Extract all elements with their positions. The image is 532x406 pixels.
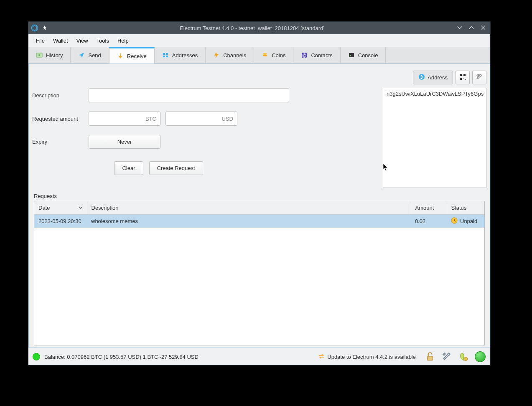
- tab-receive[interactable]: Receive: [109, 47, 155, 63]
- bitcoin-icon: ₿: [418, 74, 425, 81]
- svg-point-8: [263, 55, 267, 56]
- svg-point-21: [464, 357, 468, 361]
- tab-send[interactable]: Send: [71, 47, 109, 63]
- seed-icon[interactable]: [458, 351, 469, 363]
- tab-label: Coins: [272, 52, 285, 58]
- menu-tools[interactable]: Tools: [92, 36, 113, 46]
- svg-rect-18: [465, 79, 466, 80]
- description-input[interactable]: [89, 88, 289, 102]
- svg-rect-5: [163, 56, 165, 57]
- tools-view-button[interactable]: [472, 71, 486, 84]
- balance-text: Balance: 0.070962 BTC (1 953.57 USD) 1 B…: [44, 354, 199, 360]
- cell-status: Unpaid: [447, 215, 484, 228]
- tab-coins[interactable]: Coins: [254, 47, 293, 63]
- svg-text:₿: ₿: [420, 75, 423, 79]
- address-display[interactable]: n3g2sUwiXLuLaUrC3DWawLSPTy6Gps: [383, 88, 486, 188]
- channels-icon: [213, 52, 220, 58]
- menu-view[interactable]: View: [72, 36, 92, 46]
- svg-rect-15: [463, 74, 466, 76]
- svg-rect-14: [460, 74, 462, 76]
- tab-history[interactable]: History: [28, 47, 71, 63]
- status-dot-icon: [33, 353, 40, 360]
- expiry-select[interactable]: Never: [89, 135, 160, 149]
- request-row[interactable]: 2023-05-09 20:30 wholesome memes 0.02 Un…: [34, 215, 484, 228]
- svg-point-0: [32, 25, 38, 31]
- titlebar: Electrum Testnet 4.4.0 - testnet_wallet_…: [28, 22, 490, 34]
- window-title: Electrum Testnet 4.4.0 - testnet_wallet_…: [48, 25, 457, 31]
- tab-label: History: [46, 52, 63, 58]
- update-icon: [318, 353, 325, 361]
- tab-label: Console: [358, 52, 378, 58]
- menubar: File Wallet View Tools Help: [28, 34, 490, 47]
- svg-rect-17: [463, 78, 464, 79]
- create-request-button[interactable]: Create Request: [149, 161, 203, 175]
- col-description[interactable]: Description: [87, 201, 411, 215]
- maximize-button[interactable]: [468, 25, 474, 32]
- network-icon[interactable]: [474, 351, 486, 363]
- tab-addresses[interactable]: Addresses: [155, 47, 206, 63]
- address-view-button[interactable]: ₿ Address: [413, 71, 453, 84]
- qr-view-button[interactable]: [456, 71, 470, 84]
- menu-wallet[interactable]: Wallet: [49, 36, 72, 46]
- svg-rect-6: [166, 56, 168, 57]
- svg-text:@: @: [302, 53, 306, 58]
- sort-desc-icon: [79, 205, 83, 211]
- menu-file[interactable]: File: [32, 36, 49, 46]
- col-status[interactable]: Status: [447, 201, 484, 215]
- svg-point-2: [38, 54, 40, 56]
- description-label: Description: [32, 92, 89, 99]
- contacts-icon: @: [301, 52, 308, 58]
- receive-content: Description Requested amount BTC USD Ex: [28, 63, 490, 348]
- svg-rect-4: [166, 53, 168, 55]
- cell-date: 2023-05-09 20:30: [34, 215, 87, 228]
- qr-icon: [459, 74, 466, 81]
- tab-channels[interactable]: Channels: [206, 47, 254, 63]
- amount-btc-input[interactable]: [89, 112, 160, 126]
- tab-label: Addresses: [172, 52, 198, 58]
- svg-point-7: [263, 53, 267, 55]
- tab-label: Receive: [127, 53, 147, 59]
- addresses-icon: [162, 52, 169, 58]
- app-icon: [31, 24, 38, 32]
- app-window: Electrum Testnet 4.4.0 - testnet_wallet_…: [28, 21, 491, 365]
- coins-icon: [262, 52, 268, 58]
- requests-table: Date Description Amount Status 2023-05-0…: [34, 201, 485, 345]
- pin-icon[interactable]: [42, 25, 48, 31]
- tab-console[interactable]: Console: [341, 47, 386, 63]
- close-button[interactable]: [480, 25, 486, 32]
- history-icon: [36, 52, 43, 58]
- amount-usd-input[interactable]: [165, 112, 237, 126]
- col-date[interactable]: Date: [34, 201, 87, 215]
- svg-rect-16: [460, 78, 462, 80]
- expiry-label: Expiry: [32, 139, 89, 145]
- receive-icon: [117, 53, 124, 59]
- menu-help[interactable]: Help: [113, 36, 133, 46]
- tabbar: History Send Receive Addresses Channels …: [28, 47, 490, 63]
- minimize-button[interactable]: [457, 25, 463, 32]
- console-icon: [348, 52, 355, 58]
- requests-label: Requests: [29, 188, 490, 201]
- lock-icon[interactable]: [424, 351, 436, 363]
- col-amount[interactable]: Amount: [411, 201, 447, 215]
- tab-label: Channels: [223, 52, 246, 58]
- tab-label: Send: [88, 52, 101, 58]
- update-link[interactable]: Update to Electrum 4.4.2 is available: [318, 353, 416, 361]
- svg-rect-20: [428, 356, 433, 360]
- tab-label: Contacts: [311, 52, 332, 58]
- clear-button[interactable]: Clear: [114, 161, 143, 175]
- svg-rect-11: [349, 53, 354, 57]
- statusbar: Balance: 0.070962 BTC (1 953.57 USD) 1 B…: [28, 348, 490, 365]
- tab-contacts[interactable]: @ Contacts: [293, 47, 340, 63]
- preferences-icon[interactable]: [441, 351, 453, 363]
- requested-amount-label: Requested amount: [32, 116, 89, 122]
- svg-rect-3: [163, 53, 165, 55]
- send-icon: [78, 52, 85, 58]
- wrench-icon: [476, 74, 483, 81]
- cell-amount: 0.02: [411, 215, 447, 228]
- cell-description: wholesome memes: [87, 215, 411, 228]
- clock-icon: [451, 217, 458, 225]
